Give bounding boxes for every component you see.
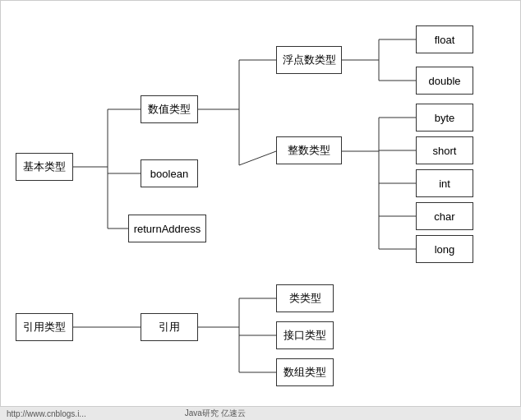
svg-line-8 bbox=[239, 151, 276, 165]
node-shuzhi: 数值类型 bbox=[141, 95, 198, 123]
node-short: short bbox=[416, 136, 473, 164]
node-char: char bbox=[416, 202, 473, 230]
node-yinyongleixin: 引用类型 bbox=[16, 313, 73, 341]
footer-url: http://www.cnblogs.i... bbox=[7, 409, 86, 418]
node-leileixin: 类类型 bbox=[276, 284, 334, 312]
node-double: double bbox=[416, 67, 473, 95]
footer-brand: Java研究 亿速云 bbox=[185, 408, 246, 419]
node-fudian: 浮点数类型 bbox=[276, 46, 342, 74]
node-jibenleixin: 基本类型 bbox=[16, 153, 73, 181]
node-long: long bbox=[416, 235, 473, 263]
node-returnaddress: returnAddress bbox=[128, 215, 206, 242]
node-boolean: boolean bbox=[141, 159, 198, 187]
footer-bar: http://www.cnblogs.i... Java研究 亿速云 bbox=[0, 407, 521, 420]
node-zhengshu: 整数类型 bbox=[276, 136, 342, 164]
node-byte: byte bbox=[416, 104, 473, 132]
node-int: int bbox=[416, 169, 473, 197]
diagram-container: 基本类型 引用类型 数值类型 boolean returnAddress 浮点数… bbox=[0, 0, 521, 407]
node-yinyong: 引用 bbox=[141, 313, 198, 341]
node-shuzuleixin: 数组类型 bbox=[276, 358, 334, 386]
node-float: float bbox=[416, 25, 473, 53]
node-jiekoleixin: 接口类型 bbox=[276, 321, 334, 349]
